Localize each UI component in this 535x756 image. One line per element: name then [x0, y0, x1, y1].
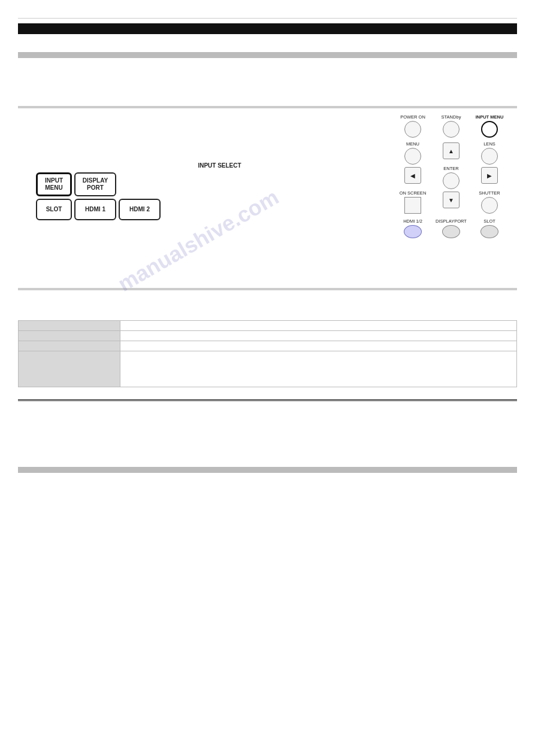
input-menu-remote-button[interactable] — [481, 121, 498, 138]
enter-center-label: ENTER — [443, 166, 458, 171]
bottom-section-1 — [18, 407, 517, 455]
nav-right-button[interactable]: ▶ — [481, 167, 498, 184]
enter-button[interactable] — [443, 172, 460, 189]
nav-left-group: ◀ — [397, 166, 428, 189]
menu-button[interactable] — [404, 148, 421, 165]
power-on-button[interactable] — [404, 121, 421, 138]
shutter-label: SHUTTER — [479, 190, 500, 196]
remote-row-1: POWER ON STANDby INPUT MENU — [397, 114, 505, 138]
double-line-separator — [18, 399, 517, 401]
control-panel-area: manualshive.com INPUT SELECT INPUTMENU D… — [18, 108, 517, 276]
slot-button[interactable]: SLOT — [36, 199, 72, 220]
table-cell-value-2 — [120, 331, 517, 341]
table-cell-label-1 — [19, 321, 120, 331]
display-port-label: DISPLAYPORT — [83, 177, 108, 192]
nav-down-button[interactable]: ▼ — [443, 192, 460, 208]
power-on-group: POWER ON — [397, 114, 428, 138]
display-port-button[interactable]: DISPLAYPORT — [74, 172, 116, 196]
displayport-group: DISPLAYPORT — [436, 218, 467, 238]
on-screen-button[interactable] — [404, 197, 421, 214]
hdmi12-group: HDMI 1/2 — [397, 218, 428, 238]
slot-remote-group: SLOT — [474, 218, 505, 238]
standby-label: STANDby — [442, 114, 461, 120]
lens-label: LENS — [483, 141, 495, 147]
on-screen-group: ON SCREEN — [397, 190, 428, 214]
input-menu-remote-label: INPUT MENU — [476, 114, 504, 120]
input-menu-label: INPUTMENU — [45, 177, 63, 192]
info-table — [18, 320, 517, 387]
nav-up-button[interactable]: ▲ — [443, 142, 460, 159]
remote-container: POWER ON STANDby INPUT MENU MEN — [397, 114, 505, 238]
table-cell-label-4 — [19, 351, 120, 387]
table-cell-label-2 — [19, 331, 120, 341]
input-select-panel: INPUT SELECT INPUTMENU DISPLAYPORT SLOT … — [18, 114, 397, 220]
shutter-button[interactable] — [481, 197, 498, 214]
on-screen-label: ON SCREEN — [400, 190, 427, 196]
table-cell-value-1 — [120, 321, 517, 331]
page: manualshive.com INPUT SELECT INPUTMENU D… — [0, 18, 535, 599]
nav-down-group: ▼ — [436, 190, 467, 214]
section-1-content — [18, 58, 517, 94]
displayport-label: DISPLAYPORT — [436, 218, 467, 224]
nav-right-group: ▶ — [474, 166, 505, 189]
hdmi2-button[interactable]: HDMI 2 — [119, 199, 161, 220]
input-menu-button[interactable]: INPUTMENU — [36, 172, 72, 196]
hdmi12-remote-button[interactable] — [404, 225, 422, 238]
table-cell-value-3 — [120, 341, 517, 351]
slot-label: SLOT — [46, 206, 62, 213]
power-on-label: POWER ON — [400, 114, 425, 120]
hdmi1-button[interactable]: HDMI 1 — [74, 199, 116, 220]
nav-up-group: ▲ — [436, 141, 467, 165]
table-section — [18, 320, 517, 387]
bottom-section-2 — [18, 479, 517, 599]
table-cell-label-3 — [19, 341, 120, 351]
section-bar-1 — [18, 52, 517, 58]
input-menu-group: INPUT MENU — [474, 114, 505, 138]
section-2-content — [18, 290, 517, 314]
black-header-bar — [18, 23, 517, 34]
table-row — [19, 341, 517, 351]
table-row — [19, 321, 517, 331]
input-select-label: INPUT SELECT — [54, 162, 385, 169]
top-separator — [18, 18, 517, 19]
hdmi1-label: HDMI 1 — [85, 206, 105, 213]
menu-label: MENU — [406, 141, 419, 147]
input-select-grid: INPUTMENU DISPLAYPORT SLOT HDMI 1 HDMI 2 — [36, 172, 385, 220]
slot-remote-label: SLOT — [483, 218, 495, 224]
remote-bottom-row: HDMI 1/2 DISPLAYPORT SLOT — [397, 218, 505, 238]
remote-row-4: ON SCREEN ▼ SHUTTER — [397, 190, 505, 214]
remote-control-panel: POWER ON STANDby INPUT MENU MEN — [397, 114, 517, 239]
displayport-remote-button[interactable] — [442, 225, 460, 238]
bottom-gray-bar — [18, 467, 517, 473]
hdmi2-label: HDMI 2 — [129, 206, 150, 213]
menu-group: MENU — [397, 141, 428, 165]
standby-button[interactable] — [443, 121, 460, 138]
shutter-group: SHUTTER — [474, 190, 505, 214]
table-cell-value-4 — [120, 351, 517, 387]
enter-group: ENTER — [436, 166, 467, 189]
slot-remote-button[interactable] — [480, 225, 498, 238]
remote-row-2: MENU ▲ LENS — [397, 141, 505, 165]
standby-group: STANDby — [436, 114, 467, 138]
table-row — [19, 351, 517, 387]
table-row — [19, 331, 517, 341]
remote-row-3: ◀ ENTER ▶ — [397, 166, 505, 189]
lens-button[interactable] — [481, 148, 498, 165]
nav-left-button[interactable]: ◀ — [404, 167, 421, 184]
hdmi12-label: HDMI 1/2 — [403, 218, 422, 224]
lens-group: LENS — [474, 141, 505, 165]
